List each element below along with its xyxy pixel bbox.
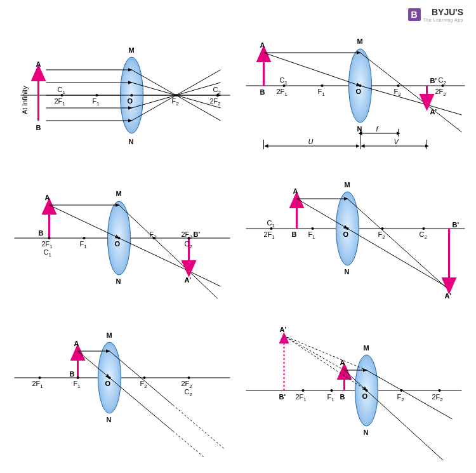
svg-text:N: N: [116, 277, 121, 285]
svg-text:C1: C1: [44, 248, 52, 258]
svg-point-133: [366, 389, 368, 392]
label-2F1: 2F1: [55, 97, 66, 107]
svg-text:F2: F2: [397, 393, 405, 403]
svg-text:2F1: 2F1: [277, 88, 288, 97]
svg-text:A': A': [280, 326, 287, 333]
svg-text:A': A': [185, 276, 192, 284]
svg-point-132: [331, 389, 333, 392]
svg-text:O: O: [356, 88, 362, 95]
svg-point-85: [312, 227, 314, 230]
svg-text:B': B': [279, 393, 286, 401]
svg-text:B': B': [453, 221, 459, 229]
svg-point-112: [188, 376, 190, 379]
svg-text:B': B': [430, 77, 437, 84]
svg-line-126: [284, 336, 367, 370]
svg-point-29: [397, 84, 400, 87]
svg-text:O: O: [105, 380, 111, 387]
svg-text:N: N: [107, 416, 112, 423]
svg-text:O: O: [362, 392, 368, 400]
label-N: N: [129, 138, 134, 145]
svg-text:2F2: 2F2: [182, 230, 193, 240]
svg-line-81: [348, 199, 449, 290]
svg-line-83: [348, 229, 449, 288]
svg-point-131: [302, 389, 305, 392]
svg-point-88: [423, 227, 425, 230]
svg-text:U: U: [308, 138, 314, 145]
svg-point-63: [118, 237, 121, 239]
svg-text:M: M: [345, 181, 350, 189]
diagram-between-f1-o: A' B' A B M N O 2F1 F1 F2 2F2: [238, 314, 470, 460]
label-C1: C1: [58, 86, 66, 95]
svg-line-128: [367, 390, 453, 460]
svg-point-86: [347, 227, 349, 230]
svg-text:M: M: [364, 344, 369, 352]
svg-text:B: B: [340, 393, 345, 401]
svg-line-107: [173, 431, 205, 458]
svg-text:2F1: 2F1: [32, 380, 44, 389]
svg-text:B: B: [70, 370, 75, 378]
svg-point-28: [359, 84, 362, 87]
svg-text:C2: C2: [420, 230, 428, 240]
svg-point-27: [321, 84, 324, 87]
svg-text:F1: F1: [80, 240, 88, 250]
svg-text:M: M: [116, 190, 122, 197]
diagram-beyond-2f1: A B B' A' M N O C1 2F1 F1 F2 C2 2F2 f U …: [238, 22, 470, 168]
logo-mark: B: [408, 8, 421, 21]
svg-text:B': B': [194, 230, 201, 238]
svg-text:A': A': [445, 292, 452, 300]
label-A: A: [36, 60, 41, 68]
svg-text:N: N: [364, 429, 369, 436]
label-B: B: [36, 124, 41, 131]
svg-text:F2: F2: [150, 230, 157, 240]
svg-text:f: f: [376, 125, 379, 133]
svg-point-111: [143, 376, 146, 379]
label-C2: C2: [213, 86, 221, 95]
logo-tagline: The Learning App: [423, 18, 463, 22]
label-at-infinity: At infinity: [21, 86, 29, 114]
svg-text:A: A: [340, 359, 345, 366]
svg-text:A: A: [293, 187, 298, 195]
svg-text:2F1: 2F1: [296, 393, 307, 403]
svg-text:O: O: [115, 240, 121, 248]
svg-text:F2: F2: [140, 380, 148, 389]
svg-point-110: [109, 376, 111, 379]
svg-text:F1: F1: [327, 393, 335, 403]
svg-text:2F2: 2F2: [432, 393, 444, 403]
label-F1: F1: [93, 97, 100, 107]
diagram-infinity: A B At infinity M N O C1 2F1 F1 F2 C2 2F…: [6, 22, 238, 168]
svg-text:N: N: [345, 268, 350, 276]
svg-point-61: [48, 237, 51, 239]
diagram-at-2f1: A B B' A' M N O 2F1 C1 F1 F2 2F2 C2: [6, 168, 238, 314]
svg-text:C1: C1: [280, 76, 288, 86]
svg-text:B: B: [39, 229, 44, 237]
svg-text:O: O: [343, 230, 349, 238]
svg-text:M: M: [107, 331, 112, 339]
svg-line-130: [284, 336, 367, 390]
svg-point-17: [175, 94, 178, 97]
diagram-at-f1: A B M N O 2F1 F1 F2 2F2 C2: [6, 314, 238, 460]
svg-point-15: [96, 94, 98, 97]
svg-line-60: [189, 271, 221, 286]
svg-text:N: N: [357, 125, 362, 133]
svg-line-57: [189, 271, 218, 298]
svg-line-104: [173, 405, 224, 448]
svg-point-108: [39, 376, 41, 379]
svg-text:B: B: [260, 88, 265, 96]
svg-text:2F2: 2F2: [435, 88, 447, 97]
svg-text:C2: C2: [185, 388, 193, 397]
svg-text:A: A: [45, 194, 50, 201]
svg-point-87: [381, 227, 384, 230]
svg-text:C2: C2: [439, 76, 447, 86]
svg-text:A: A: [74, 340, 79, 347]
svg-text:A: A: [260, 41, 265, 49]
svg-point-134: [400, 389, 403, 392]
svg-text:F1: F1: [318, 88, 326, 97]
svg-text:F1: F1: [308, 230, 316, 240]
svg-text:F1: F1: [74, 380, 81, 389]
svg-text:C1: C1: [267, 219, 275, 229]
svg-point-16: [131, 94, 133, 97]
svg-text:A': A': [430, 108, 437, 116]
label-F2: F2: [172, 97, 180, 107]
svg-text:2F1: 2F1: [264, 230, 275, 240]
logo-name: BYJU'S: [432, 7, 463, 17]
